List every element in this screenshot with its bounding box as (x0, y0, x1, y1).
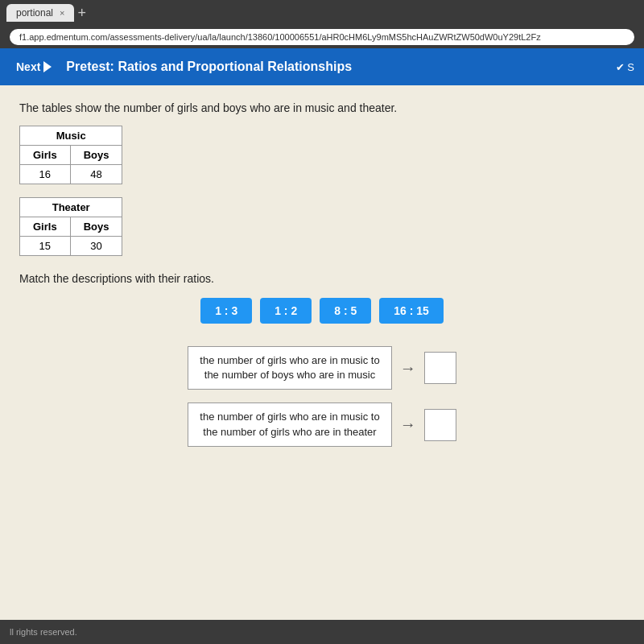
answer-box-1[interactable] (424, 409, 456, 441)
theater-col1-header: Girls (20, 217, 71, 237)
next-button[interactable]: Next (10, 57, 58, 76)
ratio-btn-0[interactable]: 1 : 3 (200, 298, 252, 324)
url-text: f1.app.edmentum.com/assessments-delivery… (19, 32, 541, 42)
ratio-btn-2[interactable]: 8 : 5 (320, 298, 371, 324)
next-arrow-icon (43, 61, 52, 72)
address-bar: f1.app.edmentum.com/assessments-delivery… (0, 26, 644, 48)
app-toolbar: Next Pretest: Ratios and Proportional Re… (0, 48, 644, 85)
toolbar-status: ✔ S (616, 61, 634, 73)
next-label: Next (16, 60, 40, 73)
desc-1-line2: the number of girls who are in theater (203, 426, 376, 438)
theater-boys-value: 30 (70, 237, 122, 256)
tab-close-button[interactable]: × (60, 8, 64, 18)
description-row-1: the number of girls who are in music to … (188, 402, 456, 446)
music-col1-header: Girls (20, 146, 71, 165)
tables-container: Music Girls Boys 16 48 (19, 126, 625, 256)
arrow-1: → (400, 415, 416, 434)
desc-box-1: the number of girls who are in music to … (188, 402, 391, 446)
tab-bar: portional × + (6, 4, 86, 22)
music-boys-value: 48 (70, 165, 122, 184)
ratio-btn-3[interactable]: 16 : 15 (379, 298, 444, 324)
footer: ll rights reserved. (0, 620, 644, 644)
desc-0-line1: the number of girls who are in music to (200, 354, 379, 366)
footer-text: ll rights reserved. (10, 627, 77, 637)
desc-0-line2: the number of boys who are in music (204, 369, 375, 381)
active-tab[interactable]: portional × (6, 4, 74, 22)
arrow-0: → (400, 359, 416, 378)
desc-1-line1: the number of girls who are in music to (200, 411, 379, 423)
intro-text: The tables show the number of girls and … (19, 101, 625, 114)
theater-col2-header: Boys (70, 217, 122, 237)
theater-table: Theater Girls Boys 15 30 (19, 197, 122, 256)
url-input[interactable]: f1.app.edmentum.com/assessments-delivery… (10, 29, 634, 45)
answer-box-0[interactable] (424, 352, 456, 384)
desc-box-0: the number of girls who are in music to … (188, 346, 391, 390)
tab-label: portional (16, 7, 53, 19)
music-girls-value: 16 (20, 165, 71, 184)
new-tab-button[interactable]: + (77, 5, 86, 22)
music-table-container: Music Girls Boys 16 48 (19, 126, 625, 184)
theater-table-title: Theater (20, 198, 122, 217)
descriptions-container: the number of girls who are in music to … (19, 346, 625, 447)
theater-table-container: Theater Girls Boys 15 30 (19, 197, 625, 256)
ratio-btn-1[interactable]: 1 : 2 (260, 298, 312, 324)
page-title: Pretest: Ratios and Proportional Relatio… (66, 60, 607, 74)
browser-chrome: portional × + (0, 0, 644, 26)
match-instruction: Match the descriptions with their ratios… (19, 272, 625, 285)
ratio-buttons-container: 1 : 3 1 : 2 8 : 5 16 : 15 (19, 298, 625, 324)
music-col2-header: Boys (70, 146, 122, 165)
music-table: Music Girls Boys 16 48 (19, 126, 122, 184)
main-content: The tables show the number of girls and … (0, 85, 644, 620)
music-table-title: Music (20, 126, 122, 146)
theater-girls-value: 15 (20, 237, 71, 256)
description-row-0: the number of girls who are in music to … (188, 346, 456, 390)
